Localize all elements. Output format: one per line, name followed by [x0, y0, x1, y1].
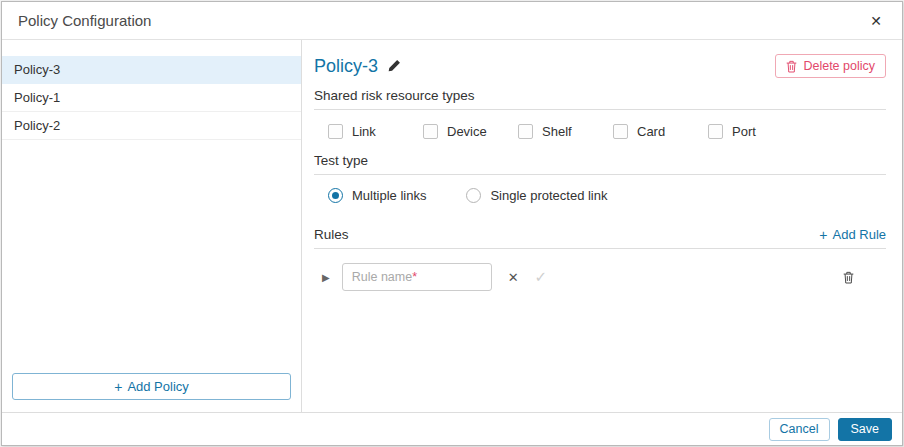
checkbox-item-link[interactable]: Link [328, 124, 423, 139]
radio-single-protected-link[interactable]: Single protected link [466, 188, 607, 203]
radio-label: Multiple links [352, 188, 426, 203]
policy-detail-panel: Policy-3 Delete policy Shared risk resou… [302, 40, 902, 412]
checkbox-item-device[interactable]: Device [423, 124, 518, 139]
trash-icon [786, 60, 797, 73]
radio-label: Single protected link [490, 188, 607, 203]
sidebar-item-policy-2[interactable]: Policy-2 [2, 112, 301, 140]
checkbox-icon[interactable] [613, 124, 628, 139]
checkbox-icon[interactable] [518, 124, 533, 139]
checkbox-label: Card [637, 124, 665, 139]
policy-list-sidebar: Policy-3 Policy-1 Policy-2 + Add Policy [2, 40, 302, 412]
checkbox-label: Link [352, 124, 376, 139]
rule-name-placeholder: Rule name [352, 270, 412, 284]
check-icon[interactable]: ✓ [535, 268, 548, 286]
rules-section-label: Rules [314, 227, 349, 242]
rule-name-input[interactable]: Rule name* [342, 263, 492, 291]
add-rule-button[interactable]: + Add Rule [819, 227, 886, 242]
expand-icon[interactable]: ▶ [320, 270, 332, 285]
clear-icon[interactable]: ✕ [508, 270, 519, 285]
test-type-options: Multiple links Single protected link [314, 175, 886, 207]
shared-risk-options: Link Device Shelf Card Port [314, 110, 886, 143]
checkbox-item-card[interactable]: Card [613, 124, 708, 139]
checkbox-icon[interactable] [423, 124, 438, 139]
delete-rule-icon[interactable] [843, 271, 854, 284]
delete-policy-label: Delete policy [803, 59, 875, 73]
dialog-footer: Cancel Save [2, 412, 902, 445]
sidebar-item-policy-1[interactable]: Policy-1 [2, 84, 301, 112]
test-type-section-label: Test type [314, 153, 886, 168]
policy-title: Policy-3 [314, 56, 378, 77]
sidebar-item-policy-3[interactable]: Policy-3 [2, 56, 301, 84]
dialog-header: Policy Configuration ✕ [2, 2, 902, 40]
add-policy-label: Add Policy [127, 379, 188, 394]
policy-item-label: Policy-3 [14, 62, 60, 77]
delete-policy-button[interactable]: Delete policy [775, 54, 886, 78]
policy-title-row: Policy-3 Delete policy [314, 54, 886, 78]
plus-icon: + [819, 228, 827, 242]
checkbox-icon[interactable] [708, 124, 723, 139]
policy-configuration-dialog: Policy Configuration ✕ Policy-3 Policy-1… [1, 1, 903, 446]
radio-multiple-links[interactable]: Multiple links [328, 188, 426, 203]
checkbox-item-shelf[interactable]: Shelf [518, 124, 613, 139]
page-title: Policy Configuration [18, 12, 151, 29]
radio-icon-selected[interactable] [328, 188, 343, 203]
cancel-button[interactable]: Cancel [769, 418, 830, 441]
plus-icon: + [114, 380, 122, 394]
shared-risk-section-label: Shared risk resource types [314, 88, 886, 103]
add-rule-label: Add Rule [833, 227, 886, 242]
divider [314, 248, 886, 249]
policy-item-label: Policy-1 [14, 90, 60, 105]
checkbox-label: Port [732, 124, 756, 139]
close-icon[interactable]: ✕ [866, 11, 886, 31]
checkbox-label: Shelf [542, 124, 572, 139]
rule-row: ▶ Rule name* ✕ ✓ [314, 263, 886, 291]
dialog-body: Policy-3 Policy-1 Policy-2 + Add Policy … [2, 40, 902, 412]
edit-icon[interactable] [387, 59, 401, 73]
add-policy-button[interactable]: + Add Policy [12, 373, 291, 400]
checkbox-item-port[interactable]: Port [708, 124, 803, 139]
policy-item-label: Policy-2 [14, 118, 60, 133]
checkbox-icon[interactable] [328, 124, 343, 139]
checkbox-label: Device [447, 124, 487, 139]
radio-icon[interactable] [466, 188, 481, 203]
required-marker: * [412, 270, 417, 284]
save-button[interactable]: Save [838, 418, 893, 441]
rules-header: Rules + Add Rule [314, 227, 886, 242]
